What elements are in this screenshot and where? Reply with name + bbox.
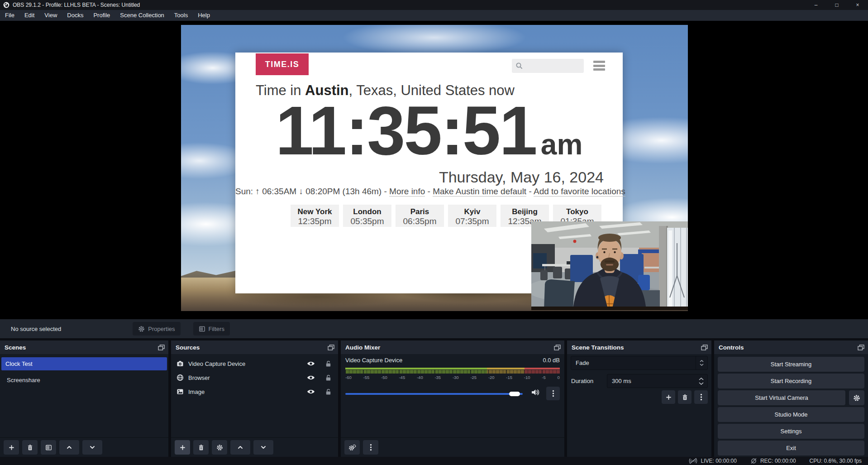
current-date: Thursday, May 16, 2024	[439, 168, 604, 186]
menu-docks[interactable]: Docks	[62, 10, 88, 21]
mixer-channel-name: Video Capture Device	[345, 357, 402, 364]
search-icon	[515, 62, 523, 70]
remove-source-button[interactable]	[193, 440, 209, 455]
live-status: LIVE: 00:00:00	[689, 458, 736, 464]
source-row-video-capture[interactable]: Video Capture Device	[171, 357, 338, 370]
record-inactive-icon	[750, 458, 757, 464]
volume-slider-handle[interactable]	[509, 392, 520, 396]
more-info-link[interactable]: More info	[389, 187, 425, 197]
preview-canvas[interactable]: TIME.IS Time in Austin, Texas, United St…	[181, 25, 688, 311]
maximize-button[interactable]: □	[826, 0, 847, 10]
popout-icon[interactable]	[858, 345, 864, 350]
add-source-button[interactable]	[175, 440, 190, 455]
spinbox-arrows-icon[interactable]	[699, 378, 704, 385]
scene-transitions-panel: Scene Transitions Fade Duration 300 ms	[567, 340, 711, 457]
clock-digits: 11:35:51	[276, 92, 536, 169]
menu-file[interactable]: File	[0, 10, 19, 21]
city-tile[interactable]: Paris06:35pm	[396, 205, 444, 227]
selected-source-toolbar: No source selected Properties Filters	[0, 319, 868, 338]
stream-inactive-icon	[689, 458, 697, 464]
dock-panels: Scenes Clock Test Screenshare Sources Vi…	[0, 338, 868, 457]
menu-scene-collection[interactable]: Scene Collection	[115, 10, 169, 21]
menu-profile[interactable]: Profile	[88, 10, 115, 21]
menu-help[interactable]: Help	[193, 10, 215, 21]
menu-bar: File Edit View Docks Profile Scene Colle…	[0, 10, 868, 21]
lock-icon[interactable]	[325, 374, 332, 381]
search-box[interactable]	[512, 59, 584, 73]
popout-icon[interactable]	[701, 345, 708, 350]
exit-button[interactable]: Exit	[718, 441, 864, 455]
hamburger-menu-icon[interactable]	[593, 61, 605, 71]
properties-button[interactable]: Properties	[133, 322, 180, 336]
sources-panel: Sources Video Capture Device Browser Ima…	[171, 340, 338, 457]
city-tile[interactable]: New York12:35pm	[291, 205, 339, 227]
city-tile[interactable]: London05:35pm	[343, 205, 391, 227]
start-streaming-button[interactable]: Start Streaming	[718, 357, 864, 372]
remove-scene-button[interactable]	[22, 440, 38, 455]
source-row-image[interactable]: Image	[171, 385, 338, 398]
select-chevrons-icon	[696, 356, 707, 369]
globe-icon	[176, 374, 184, 381]
title-bar: OBS 29.1.2 - Profile: LLHLS BETA - Scene…	[0, 0, 868, 10]
transition-select[interactable]: Fade	[571, 356, 708, 370]
source-up-button[interactable]	[230, 440, 250, 455]
close-button[interactable]: ×	[847, 0, 868, 10]
virtual-camera-settings-button[interactable]	[849, 390, 864, 405]
settings-button[interactable]: Settings	[718, 424, 864, 439]
duration-label: Duration	[571, 374, 593, 388]
speaker-icon[interactable]	[531, 388, 540, 396]
visibility-eye-icon[interactable]	[307, 388, 315, 395]
volume-slider[interactable]	[345, 393, 523, 395]
start-virtual-camera-button[interactable]: Start Virtual Camera	[718, 390, 845, 405]
preview-area[interactable]: TIME.IS Time in Austin, Texas, United St…	[0, 21, 868, 319]
visibility-eye-icon[interactable]	[307, 374, 315, 381]
mixer-level-db: 0.0 dB	[543, 357, 560, 364]
mixer-options-button[interactable]	[546, 387, 560, 400]
meter-tick-labels: -60-55-50-45-40-35-30-25-20-15-10-50	[345, 375, 560, 380]
timeis-logo[interactable]: TIME.IS	[256, 53, 309, 75]
add-scene-button[interactable]	[4, 440, 19, 455]
popout-icon[interactable]	[158, 345, 165, 350]
image-icon	[176, 388, 184, 395]
filters-icon	[199, 326, 205, 332]
scenes-title: Scenes	[5, 344, 26, 351]
visibility-eye-icon[interactable]	[307, 360, 315, 367]
audio-mixer-title: Audio Mixer	[345, 344, 380, 351]
scene-item-clock-test[interactable]: Clock Test	[1, 357, 167, 370]
controls-title: Controls	[719, 344, 744, 351]
city-tile[interactable]: Kyiv07:35pm	[448, 205, 496, 227]
duration-value: 300 ms	[607, 378, 631, 384]
volume-meter	[345, 368, 560, 369]
duration-spinbox[interactable]: 300 ms	[607, 374, 708, 388]
source-properties-button[interactable]	[212, 440, 227, 455]
scene-filters-button[interactable]	[41, 440, 56, 455]
lock-icon[interactable]	[325, 388, 332, 395]
start-recording-button[interactable]: Start Recording	[718, 374, 864, 388]
rec-status: REC: 00:00:00	[750, 458, 796, 464]
menu-view[interactable]: View	[39, 10, 62, 21]
source-row-browser[interactable]: Browser	[171, 371, 338, 384]
lock-icon[interactable]	[325, 360, 332, 367]
menu-tools[interactable]: Tools	[169, 10, 193, 21]
transition-options-button[interactable]	[694, 390, 708, 404]
favorite-locations-link[interactable]: Add to favorite locations	[534, 187, 625, 197]
make-default-link[interactable]: Make Austin time default	[433, 187, 526, 197]
studio-mode-button[interactable]: Studio Mode	[718, 407, 864, 422]
window-title: OBS 29.1.2 - Profile: LLHLS BETA - Scene…	[13, 2, 140, 8]
source-down-button[interactable]	[253, 440, 273, 455]
minimize-button[interactable]: –	[806, 0, 826, 10]
menu-edit[interactable]: Edit	[19, 10, 39, 21]
mixer-menu-button[interactable]	[363, 440, 378, 455]
webcam-overlay	[531, 221, 688, 310]
scene-up-button[interactable]	[59, 440, 79, 455]
remove-transition-button[interactable]	[678, 390, 692, 404]
popout-icon[interactable]	[328, 345, 334, 350]
clock-display: 11:35:51am	[235, 96, 623, 165]
filters-button[interactable]: Filters	[193, 322, 230, 336]
scene-down-button[interactable]	[82, 440, 102, 455]
scene-item-screenshare[interactable]: Screenshare	[1, 374, 167, 387]
search-input[interactable]	[523, 59, 577, 73]
add-transition-button[interactable]	[662, 390, 675, 404]
popout-icon[interactable]	[554, 345, 561, 350]
advanced-audio-button[interactable]	[344, 440, 360, 455]
